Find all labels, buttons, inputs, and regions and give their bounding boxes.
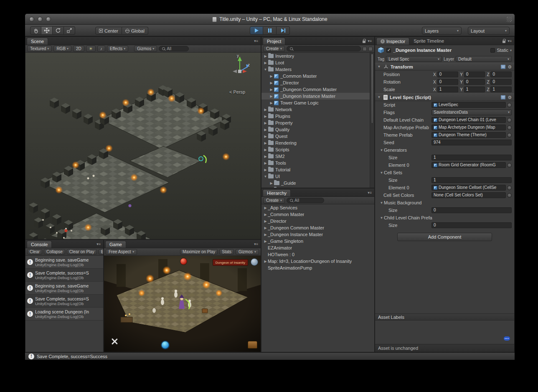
text-field[interactable]: 1	[431, 177, 512, 183]
hierarchy-item[interactable]: ▶_Game Singleton	[261, 238, 374, 244]
panel-menu-icon[interactable]: ▾≡	[508, 39, 512, 43]
foldout-closed-icon[interactable]: ▶	[263, 115, 268, 118]
object-field[interactable]: Map Archetype Dungeon (Map	[431, 125, 506, 130]
hierarchy-item[interactable]: ▶_Common Master	[261, 211, 374, 218]
vector-x-field[interactable]: 0	[437, 71, 459, 77]
foldout-closed-icon[interactable]: ▶	[263, 121, 268, 125]
tab-console[interactable]: Console	[27, 241, 52, 248]
tag-dropdown[interactable]: Level Spec▾	[386, 56, 442, 62]
object-name-field[interactable]: _Dungeon Instance Master	[393, 48, 488, 53]
foldout-closed-icon[interactable]: ▶	[263, 54, 268, 58]
object-picker-icon[interactable]	[507, 125, 512, 130]
foldout-open-icon[interactable]: ▼	[379, 171, 384, 175]
project-search-input[interactable]	[287, 46, 361, 51]
tab-sprite-timeline[interactable]: Sprite Timeline	[410, 38, 448, 45]
hierarchy-search-input[interactable]: All	[287, 198, 324, 203]
foldout-closed-icon[interactable]: ▶	[263, 206, 268, 210]
active-checkbox[interactable]	[386, 48, 391, 53]
object-picker-icon[interactable]	[507, 118, 512, 122]
scene-search-input[interactable]: All	[159, 46, 189, 51]
play-button[interactable]	[250, 26, 263, 35]
foldout-closed-icon[interactable]: ▶	[263, 141, 268, 145]
object-picker-icon[interactable]	[507, 186, 512, 190]
gear-icon[interactable]: ⚙	[508, 65, 512, 69]
object-field[interactable]: Dungeon Theme (Theme)	[431, 132, 506, 138]
object-field[interactable]: None (Cell Set Colors Set)	[431, 192, 506, 198]
project-tree-item[interactable]: ▶Application	[261, 186, 374, 188]
object-picker-icon[interactable]	[507, 193, 512, 198]
foldout-closed-icon[interactable]: ▶	[269, 81, 274, 85]
foldout-open-icon[interactable]: ▼	[379, 216, 384, 220]
hierarchy-item[interactable]: ▶HOTween : 0	[261, 251, 374, 258]
vector-z-field[interactable]: 0	[490, 79, 512, 85]
vector-x-field[interactable]: 0	[437, 79, 459, 85]
help-icon[interactable]	[501, 65, 505, 69]
project-tree-item[interactable]: ▶Tutorial	[261, 166, 374, 173]
effects-dropdown[interactable]: Effects▾	[107, 46, 128, 52]
lock-icon[interactable]	[363, 41, 365, 43]
vector-y-field[interactable]: 0	[464, 71, 485, 77]
foldout-closed-icon[interactable]: ▶	[269, 181, 274, 185]
search-by-label-icon[interactable]	[368, 47, 373, 51]
stats-button[interactable]: Stats	[219, 249, 234, 255]
project-tree-item[interactable]: ▶_Common Master	[261, 73, 374, 79]
console-error-button[interactable]: Error	[99, 249, 103, 255]
foldout-closed-icon[interactable]: ▶	[263, 233, 268, 237]
foldout-closed-icon[interactable]: ▶	[263, 219, 268, 223]
project-tree-item[interactable]: ▼UI	[261, 173, 374, 180]
mana-orb[interactable]	[161, 341, 170, 349]
zoom-button[interactable]	[46, 17, 51, 22]
hierarchy-item[interactable]: ▶_Dungeon Instance Master	[261, 231, 374, 238]
static-checkbox[interactable]	[490, 48, 495, 53]
status-bar[interactable]: Save Complete, success=Success	[25, 352, 515, 360]
foldout-closed-icon[interactable]: ▶	[269, 74, 274, 78]
tab-inspector[interactable]: iInspector	[376, 38, 409, 45]
project-tree-item[interactable]: ▶_Dungeon Instance Master	[261, 93, 374, 99]
project-tree-item[interactable]: ▶SM2	[261, 153, 374, 160]
vector-z-field[interactable]: 1	[490, 87, 512, 92]
project-tree-item[interactable]: ▶Quest	[261, 133, 374, 140]
object-field[interactable]: Dungeon Stone Cellset (CellSe	[431, 185, 506, 191]
hierarchy-create-dropdown[interactable]: Create▾	[263, 198, 285, 204]
object-field[interactable]: LevelSpec	[431, 102, 506, 108]
scene-lighting-button[interactable]: ☀	[86, 46, 96, 52]
foldout-open-icon[interactable]: ▼	[377, 95, 381, 99]
console-log-entry[interactable]: Beginning save. saveGameUnityEngine.Debu…	[25, 256, 103, 269]
object-picker-icon[interactable]	[507, 103, 512, 107]
panel-menu-icon[interactable]: ▾≡	[254, 39, 258, 43]
panel-menu-icon[interactable]: ▾≡	[368, 39, 372, 43]
inventory-chest-icon[interactable]	[248, 341, 257, 349]
tab-game[interactable]: Game	[105, 241, 126, 248]
text-field[interactable]: 0	[431, 207, 512, 213]
chevron-down-icon[interactable]: ▾	[510, 48, 512, 52]
text-field[interactable]: 1	[431, 155, 512, 160]
perspective-toggle[interactable]: < Persp	[229, 89, 245, 94]
foldout-closed-icon[interactable]: ▶	[263, 168, 268, 172]
crossed-swords-icon[interactable]	[111, 338, 118, 345]
window-resize-icon[interactable]	[507, 17, 512, 22]
foldout-closed-icon[interactable]: ▶	[263, 155, 268, 158]
foldout-closed-icon[interactable]: ▶	[263, 61, 268, 65]
text-field[interactable]: 0	[431, 222, 512, 228]
levelspec-component-header[interactable]: ▼ Level Spec (Script) ⚙	[375, 93, 514, 101]
foldout-closed-icon[interactable]: ▶	[263, 213, 268, 216]
console-log-entry[interactable]: Loading scene Dungeon (InUnityEngine.Deb…	[25, 308, 103, 321]
panel-menu-icon[interactable]: ▾≡	[254, 242, 258, 246]
game-viewport[interactable]: Dungeon of Insanity	[104, 256, 261, 352]
scrollbar-thumb[interactable]	[371, 53, 373, 124]
render-mode-dropdown[interactable]: RGB▾	[53, 46, 71, 52]
console-clear-button[interactable]: Clear	[27, 249, 42, 255]
project-tree-item[interactable]: ▶Network	[261, 106, 374, 113]
project-tree-item[interactable]: ▶Plugins	[261, 113, 374, 120]
scene-audio-button[interactable]: ♪	[97, 46, 105, 52]
foldout-open-icon[interactable]: ▼	[379, 148, 384, 152]
project-tree-item[interactable]: ▶Quality	[261, 126, 374, 133]
text-field[interactable]: 974	[431, 140, 512, 145]
foldout-closed-icon[interactable]: ▶	[269, 94, 274, 98]
project-tree-item[interactable]: ▼Masters	[261, 66, 374, 73]
titlebar[interactable]: Title.unity – Unity – PC, Mac & Linux St…	[25, 14, 515, 25]
foldout-closed-icon[interactable]: ▶	[263, 108, 268, 112]
project-scrollbar[interactable]	[370, 53, 374, 188]
minimize-button[interactable]	[38, 17, 43, 22]
foldout-closed-icon[interactable]: ▶	[269, 88, 274, 92]
